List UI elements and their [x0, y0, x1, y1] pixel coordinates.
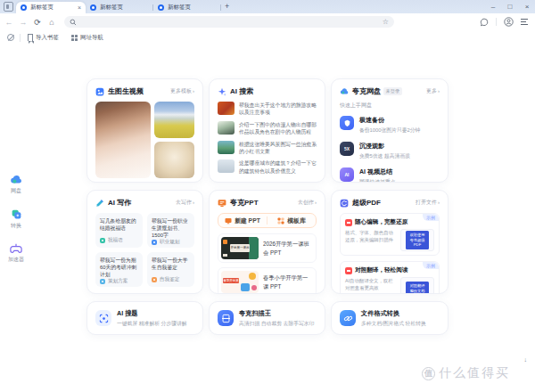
- menu-icon[interactable]: [521, 19, 528, 25]
- pdf-icon: [345, 219, 352, 226]
- sidebar-toggle-icon[interactable]: [7, 34, 14, 41]
- card-subtitle: 快速上手网盘: [340, 102, 440, 110]
- sidenav-item-convert[interactable]: 转换: [11, 208, 22, 230]
- tab-label: 新标签页: [100, 4, 149, 12]
- grid-icon: [71, 35, 78, 41]
- go-create-link[interactable]: 去创作›: [298, 199, 317, 207]
- window-controls: – □ ×: [489, 0, 531, 12]
- ai-search-suggestion[interactable]: 根据这张唯美风景图写一些治愈系的小红书文案: [218, 141, 317, 156]
- sample-badge: 示例: [423, 214, 439, 221]
- pdf-icon: [345, 267, 352, 274]
- feature-grid: 生图生视频 更多模板› AI: [86, 78, 449, 335]
- feature-title: 极速备份: [359, 116, 420, 125]
- pdf-feature-translate[interactable]: 示例 对照翻译，轻松阅读 AI自动翻译全文，双栏对照查看更高效 对照翻译 整份文…: [340, 261, 440, 294]
- profile-icon[interactable]: [504, 17, 514, 27]
- tag-label: 祝福语: [108, 237, 123, 244]
- go-write-link[interactable]: 去写作›: [176, 199, 194, 207]
- tag-icon: [152, 240, 157, 245]
- tab-active[interactable]: 新标签页 ×: [16, 2, 86, 13]
- watermark-text: 什么值得买: [439, 365, 510, 381]
- ppt-template-item[interactable]: 春季开学第一课 春季小学开学第一课 PPT: [218, 267, 317, 294]
- writing-prompt[interactable]: 帮我写一份职业生涯规划书、1500字 职业规划: [147, 213, 194, 248]
- tab-search-icon[interactable]: [4, 2, 13, 12]
- minimize-button[interactable]: –: [489, 3, 498, 11]
- landscape-sample-image[interactable]: [154, 102, 194, 138]
- bookmarks-bar: 导入书签 网址导航: [0, 30, 535, 45]
- sidenav-item-booster[interactable]: 加速器: [8, 243, 24, 264]
- login-status-badge: 未登录: [383, 87, 402, 95]
- import-bookmarks-button[interactable]: 导入书签: [28, 34, 59, 42]
- new-ppt-button[interactable]: 新建 PPT: [218, 216, 267, 225]
- card-title: AI 搜索: [230, 86, 253, 96]
- ppt-template-thumb: 春季开学第一课: [221, 271, 259, 293]
- bookmark-icon: [28, 34, 33, 41]
- home-icon[interactable]: ⌂: [45, 18, 59, 27]
- tab-2[interactable]: 新标签页: [86, 2, 153, 13]
- scroll-hint-icon: ↓: [524, 356, 528, 363]
- plush-cat-sample-image[interactable]: [154, 142, 194, 178]
- site-nav-button[interactable]: 网址导航: [71, 34, 103, 42]
- shortcut-file-convert[interactable]: 文件格式转换 多种文档/图片格式 轻松转换: [331, 301, 449, 335]
- drive-feature-backup[interactable]: 极速备份 备份1000张图片只要2分钟: [340, 116, 440, 135]
- tab-label: 新标签页: [30, 4, 75, 12]
- tag-label: 自我鉴定: [160, 276, 179, 283]
- side-nav: 网盘 转换 加速器: [0, 45, 32, 392]
- scanner-icon: [218, 310, 234, 326]
- card-title: 生图生视频: [108, 86, 144, 96]
- ai-search-suggestion[interactable]: 这是哪座城市的建筑？介绍一下它的建筑特色以及价值意义: [218, 159, 317, 175]
- feature-title: AI 视频总结: [359, 167, 396, 176]
- maximize-button[interactable]: □: [506, 3, 514, 11]
- image-gen-icon: [95, 87, 104, 96]
- back-icon[interactable]: ←: [2, 18, 16, 27]
- import-bookmarks-label: 导入书签: [36, 34, 59, 42]
- new-ppt-icon: [225, 217, 232, 225]
- gamepad-icon: [10, 243, 22, 254]
- cloud-icon: [10, 174, 22, 185]
- writing-prompt[interactable]: 帮我写一份大学生自我鉴定 自我鉴定: [147, 252, 194, 287]
- sample-badge: 示例: [423, 262, 439, 269]
- ppt-actions: 新建 PPT 模板库: [218, 213, 317, 228]
- ai-search-suggestion[interactable]: 帮我查出关于这个地方的旅游攻略以及注意事项: [218, 102, 317, 117]
- pdf-feature-edit[interactable]: 示例 随心编辑，完整还原 格式、字体、颜色自动还原，完美编辑扫描件 欢迎使用 夸…: [340, 213, 440, 256]
- ai-search-suggestion[interactable]: 介绍一下图中的动漫人物出自哪部作品以及角色在剧中的人物历程: [218, 121, 317, 136]
- chevron-right-icon: ›: [438, 200, 440, 205]
- shortcut-ai-solve[interactable]: AI 搜题 一键截屏 精准解析 分步骤讲解: [86, 301, 203, 335]
- portrait-sample-image[interactable]: [95, 102, 151, 178]
- tower-thumb-image: [218, 159, 235, 173]
- sidenav-label: 网盘: [11, 187, 21, 195]
- card-quark-ppt: 夸克PPT 去创作› 新建 PPT 模板库: [209, 190, 325, 294]
- address-search-input[interactable]: ☆: [64, 16, 394, 28]
- close-button[interactable]: ×: [523, 3, 531, 11]
- more-link[interactable]: 更多›: [426, 87, 440, 95]
- card-title: 夸克网盘: [352, 86, 381, 96]
- tag-icon: [100, 238, 105, 243]
- ppt-monitor-icon: [218, 199, 226, 208]
- card-ai-search: AI 搜索 帮我查出关于这个地方的旅游攻略以及注意事项 介绍一下图中的动漫人物出…: [209, 78, 325, 183]
- tag-label: 策划方案: [108, 278, 128, 285]
- template-icon: [277, 217, 284, 225]
- pdf-sample-thumb: 欢迎使用 夸克超级PDF: [400, 229, 434, 251]
- writing-prompt[interactable]: 写几条给朋友的结婚祝福语 祝福语: [95, 213, 143, 248]
- more-templates-link[interactable]: 更多模板›: [170, 87, 194, 95]
- tab-3[interactable]: 新标签页: [153, 2, 221, 13]
- reload-icon[interactable]: ⟳: [30, 18, 45, 27]
- card-image-video-gen: 生图生视频 更多模板›: [86, 78, 203, 183]
- smzdm-logo: 值: [422, 367, 435, 380]
- bookmark-star-icon[interactable]: ☆: [383, 18, 389, 26]
- open-file-link[interactable]: 打开文件›: [416, 199, 440, 207]
- tab-close-icon[interactable]: ×: [78, 4, 81, 11]
- tab-label: 新标签页: [168, 4, 217, 12]
- forward-icon[interactable]: →: [16, 18, 30, 27]
- shortcut-scanner[interactable]: 夸克扫描王 高清扫描 自动裁剪 去除手写水印: [209, 301, 325, 335]
- sidenav-item-drive[interactable]: 网盘: [10, 174, 22, 195]
- drive-feature-ai-summary[interactable]: AI AI 视频总结 网课快速抓重点: [340, 167, 440, 183]
- writing-prompt[interactable]: 帮我写一份为期60天的考研冲刺计划 策划方案: [95, 252, 143, 287]
- chat-icon[interactable]: [480, 18, 489, 27]
- browser-window: 新标签页 × 新标签页 新标签页 + – □ × ← → ⟳ ⌂: [0, 0, 535, 392]
- tag-icon: [100, 279, 105, 284]
- new-tab-button[interactable]: +: [225, 1, 229, 12]
- ppt-template-item[interactable]: 开学第一课班会 2026开学第一课班会 PPT: [218, 233, 317, 263]
- sidenav-label: 加速器: [8, 256, 24, 264]
- drive-feature-movie[interactable]: 5X 沉浸观影 免费5倍速 超高清画质: [340, 142, 440, 160]
- template-library-button[interactable]: 模板库: [268, 216, 316, 225]
